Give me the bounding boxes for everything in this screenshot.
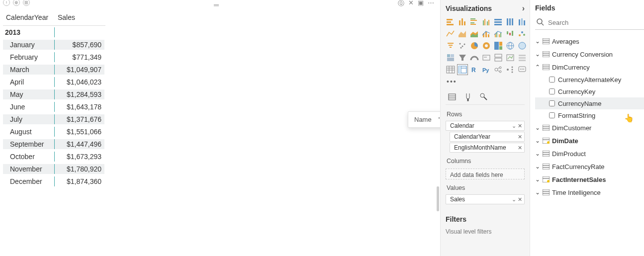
table-item-used[interactable]: ⌄ FactInternetSales bbox=[535, 173, 644, 186]
pin-icon[interactable]: ⓪ bbox=[398, 0, 404, 8]
field-checkbox[interactable] bbox=[549, 88, 555, 94]
matrix-visual[interactable]: CalendarYear Sales 2013 January$857,690 … bbox=[3, 10, 105, 187]
table-item[interactable]: ⌄ Time Intelligence bbox=[535, 186, 644, 199]
filter-icon[interactable]: ✕ bbox=[408, 0, 414, 8]
search-input[interactable] bbox=[535, 16, 644, 30]
r-visual-icon[interactable]: R bbox=[469, 65, 479, 75]
chevron-down-icon[interactable]: ⌄ bbox=[512, 196, 516, 203]
remove-icon[interactable]: ✕ bbox=[518, 196, 522, 203]
chevron-down-icon[interactable]: ⌄ bbox=[535, 150, 540, 157]
stacked-bar-100-icon[interactable] bbox=[493, 17, 503, 27]
table-item-expanded[interactable]: ⌃ DimCurrency bbox=[535, 61, 644, 74]
stacked-bar-icon[interactable] bbox=[446, 17, 456, 27]
field-item[interactable]: FormatString bbox=[535, 109, 644, 121]
expand-icon[interactable]: ⊕ bbox=[13, 0, 20, 6]
expand-all-icon[interactable]: ⊞ bbox=[23, 0, 30, 6]
ribbon-icon[interactable] bbox=[517, 17, 527, 27]
line-stacked-column-icon[interactable] bbox=[481, 29, 491, 39]
year-sales-cell bbox=[55, 31, 104, 33]
multirow-card-icon[interactable] bbox=[493, 53, 503, 63]
field-checkbox[interactable] bbox=[549, 77, 555, 83]
focus-icon[interactable]: ▣ bbox=[418, 0, 424, 8]
area-icon[interactable] bbox=[458, 29, 467, 39]
matrix-icon[interactable] bbox=[458, 65, 467, 75]
chevron-down-icon[interactable]: ⌄ bbox=[535, 163, 540, 170]
table-item[interactable]: ⌄ DimCustomer bbox=[535, 121, 644, 134]
col-header-sales[interactable]: Sales bbox=[55, 11, 101, 24]
collapse-pane-icon[interactable]: › bbox=[522, 4, 525, 13]
pie-icon[interactable] bbox=[469, 41, 479, 51]
rows-child-chip[interactable]: CalendarYear ✕ bbox=[450, 132, 525, 142]
analytics-tab-icon[interactable] bbox=[479, 92, 488, 101]
table-icon[interactable] bbox=[446, 65, 456, 75]
slicer-icon[interactable] bbox=[517, 53, 527, 63]
remove-icon[interactable]: ✕ bbox=[518, 134, 522, 140]
col-header-calendaryear[interactable]: CalendarYear bbox=[3, 11, 55, 24]
field-checkbox[interactable] bbox=[549, 112, 555, 118]
line-clustered-column-icon[interactable] bbox=[493, 29, 503, 39]
line-icon[interactable] bbox=[446, 29, 456, 39]
qa-visual-icon[interactable] bbox=[517, 65, 527, 75]
scrollbar[interactable] bbox=[437, 186, 439, 211]
columns-placeholder[interactable]: Add data fields here bbox=[446, 169, 525, 179]
funnel-icon[interactable] bbox=[458, 53, 467, 63]
small-scatter-icon[interactable] bbox=[458, 41, 467, 51]
key-influencers-icon[interactable] bbox=[493, 65, 503, 75]
kpi-icon[interactable] bbox=[505, 53, 515, 63]
treemap-icon[interactable] bbox=[493, 41, 503, 51]
format-wells-tabs bbox=[446, 89, 525, 105]
chevron-down-icon[interactable]: ⌄ bbox=[535, 176, 540, 183]
remove-icon[interactable]: ✕ bbox=[518, 145, 522, 151]
waterfall-icon[interactable] bbox=[505, 29, 515, 39]
values-field-chip[interactable]: Sales ⌄✕ bbox=[446, 194, 525, 204]
svg-point-80 bbox=[499, 67, 501, 69]
shape-map-icon[interactable] bbox=[446, 53, 456, 63]
svg-point-89 bbox=[520, 69, 521, 70]
table-item[interactable]: ⌄ DimProduct bbox=[535, 147, 644, 160]
filled-map-icon[interactable] bbox=[517, 41, 527, 51]
remove-icon[interactable]: ✕ bbox=[518, 123, 522, 129]
svg-text:R: R bbox=[471, 67, 476, 74]
python-visual-icon[interactable]: Py bbox=[481, 65, 491, 75]
year-row[interactable]: 2013 bbox=[3, 26, 105, 38]
card-icon[interactable] bbox=[481, 53, 491, 63]
drill-up-icon[interactable]: ↑ bbox=[3, 0, 10, 6]
visual-header-right[interactable]: ⓪ ✕ ▣ ⋯ bbox=[398, 0, 434, 8]
stacked-column-100-icon[interactable] bbox=[505, 17, 515, 27]
clustered-column-icon[interactable] bbox=[481, 17, 491, 27]
chevron-up-icon[interactable]: ⌃ bbox=[535, 64, 540, 71]
scatter-icon[interactable] bbox=[517, 29, 527, 39]
chevron-down-icon[interactable]: ⌄ bbox=[535, 38, 540, 45]
table-item[interactable]: ⌄ Averages bbox=[535, 35, 644, 48]
tornado-icon[interactable] bbox=[446, 41, 456, 51]
field-checkbox[interactable] bbox=[549, 100, 555, 106]
decomposition-tree-icon[interactable] bbox=[505, 65, 515, 75]
fields-title: Fields bbox=[535, 4, 644, 16]
visual-header-icons[interactable]: ↑ ⊕ ⊞ bbox=[3, 0, 30, 6]
clustered-bar-icon[interactable] bbox=[469, 17, 479, 27]
rows-field-chip[interactable]: Calendar ⌄✕ bbox=[446, 121, 525, 131]
stacked-column-icon[interactable] bbox=[458, 17, 467, 27]
table-item[interactable]: ⌄ Currency Conversion bbox=[535, 48, 644, 61]
gauge-icon[interactable] bbox=[469, 53, 479, 63]
field-item-hover[interactable]: CurrencyName bbox=[535, 97, 644, 109]
fields-tab-icon[interactable] bbox=[448, 92, 457, 101]
chevron-down-icon[interactable]: ⌄ bbox=[535, 124, 540, 131]
stacked-area-icon[interactable] bbox=[469, 29, 479, 39]
field-item[interactable]: CurrencyKey bbox=[535, 85, 644, 97]
chevron-down-icon[interactable]: ⌄ bbox=[535, 189, 540, 196]
format-tab-icon[interactable] bbox=[463, 92, 472, 101]
fields-search[interactable] bbox=[535, 16, 644, 30]
svg-rect-4 bbox=[461, 18, 463, 25]
table-item-used[interactable]: ⌄ DimDate bbox=[535, 134, 644, 147]
map-icon[interactable] bbox=[505, 41, 515, 51]
chevron-down-icon[interactable]: ⌄ bbox=[535, 137, 540, 144]
field-item[interactable]: CurrencyAlternateKey bbox=[535, 74, 644, 85]
chevron-down-icon[interactable]: ⌄ bbox=[512, 123, 516, 129]
viz-more-icon[interactable]: ••• bbox=[446, 77, 525, 89]
more-icon[interactable]: ⋯ bbox=[428, 0, 434, 8]
table-item[interactable]: ⌄ FactCurrencyRate bbox=[535, 160, 644, 173]
rows-child-chip[interactable]: EnglishMonthName ✕ bbox=[450, 143, 525, 153]
donut-icon[interactable] bbox=[481, 41, 491, 51]
chevron-down-icon[interactable]: ⌄ bbox=[535, 51, 540, 58]
